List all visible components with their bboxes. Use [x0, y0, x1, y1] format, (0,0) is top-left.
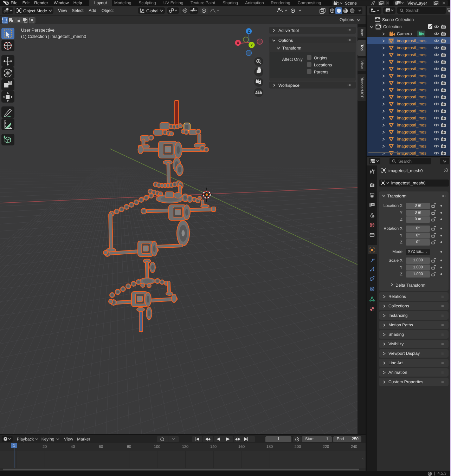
svg-text:X: X	[237, 41, 239, 45]
svg-text:Z: Z	[247, 30, 250, 34]
svg-text:Y: Y	[250, 43, 253, 47]
